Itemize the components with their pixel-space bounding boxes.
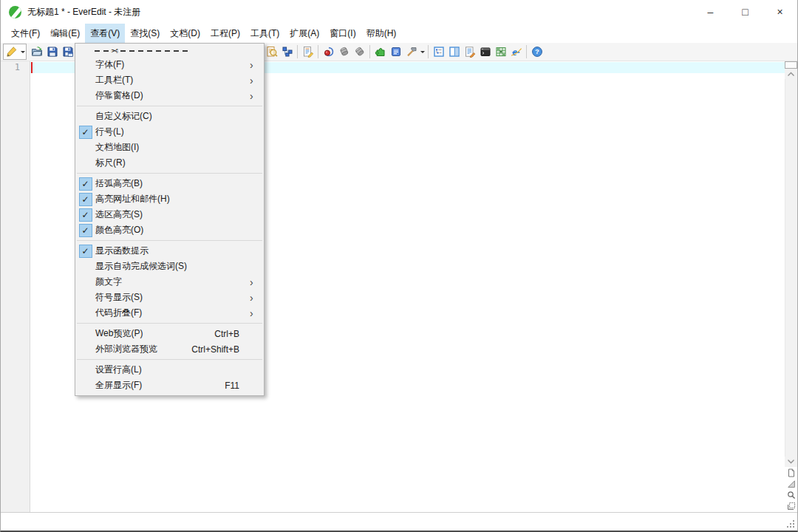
submenu-arrow-icon: › (250, 75, 264, 86)
menu-item-5[interactable]: 自定义标记(C) (75, 109, 264, 124)
snippet-edit-icon (464, 46, 476, 58)
check-column (75, 362, 95, 378)
open-file-button[interactable] (29, 44, 44, 60)
menu-item-15[interactable]: ✓显示函数提示 (75, 243, 264, 259)
dash-mark (120, 50, 126, 52)
menu-item-13[interactable]: ✓颜色高亮(O) (75, 222, 264, 238)
tools-button[interactable] (403, 44, 419, 60)
save-all-button[interactable] (60, 44, 75, 60)
save-macro-button[interactable] (352, 44, 367, 60)
menu-item-24[interactable]: 设置行高(L) (75, 362, 264, 378)
menu-item-6[interactable]: ✓行号(L) (75, 124, 264, 140)
status-bar (1, 512, 797, 531)
node-links-button[interactable] (279, 44, 295, 60)
toolbar-left-group (3, 44, 75, 60)
menubar-item-4[interactable]: 文档(D) (165, 24, 205, 43)
mini-magnifier-icon (787, 491, 796, 499)
menu-item-21[interactable]: Web预览(P)Ctrl+B (75, 326, 264, 341)
scroll-up-button[interactable] (785, 69, 797, 79)
scrollbar-track[interactable] (785, 79, 797, 457)
menubar-item-0[interactable]: 文件(F) (6, 24, 45, 43)
save-macro-icon (354, 46, 366, 58)
menu-item-11[interactable]: ✓高亮网址和邮件(H) (75, 191, 264, 207)
page-mini-button[interactable] (785, 467, 797, 478)
browser-preview-button[interactable]: e (508, 44, 524, 60)
select-grid-mini-button[interactable] (785, 500, 797, 511)
save-button[interactable] (44, 44, 60, 60)
close-button[interactable]: × (763, 0, 797, 24)
new-file-button[interactable] (4, 44, 19, 60)
split-view-button[interactable] (446, 44, 462, 60)
menu-item-22[interactable]: 外部浏览器预览Ctrl+Shift+B (75, 341, 264, 357)
svg-text:?: ? (535, 47, 539, 55)
menu-separator (77, 173, 262, 174)
console-button[interactable] (477, 44, 493, 60)
document-settings-button[interactable] (300, 44, 316, 60)
snippet-edit-button[interactable] (462, 44, 477, 60)
find-in-document-icon (266, 46, 278, 58)
tools-button-dropdown[interactable] (419, 44, 426, 60)
submenu-arrow-icon: › (250, 90, 264, 102)
menu-item-18[interactable]: 符号显示(S)› (75, 290, 264, 305)
menu-item-label: 设置行高(L) (95, 364, 250, 376)
menubar-item-3[interactable]: 查找(S) (125, 24, 165, 43)
plugin-button[interactable] (372, 44, 388, 60)
checkmark-icon: ✓ (79, 208, 92, 222)
menubar-item-1[interactable]: 编辑(E) (45, 24, 85, 43)
new-file-button-combo (3, 44, 27, 60)
title-bar: 无标题1 * - EverEdit - 未注册 –□× (1, 0, 797, 24)
scroll-down-button[interactable] (785, 457, 797, 467)
play-macro-button[interactable] (336, 44, 352, 60)
checkmark-icon: ✓ (79, 245, 92, 258)
view-menu-popup: ✂字体(F)›工具栏(T)›停靠窗格(D)›自定义标记(C)✓行号(L)文档地图… (75, 43, 265, 396)
node-connect-icon (282, 46, 293, 58)
minimize-button[interactable]: – (693, 0, 728, 24)
char-table-button[interactable] (493, 44, 508, 60)
menu-item-label: 全屏显示(F) (95, 379, 225, 392)
menu-item-16[interactable]: 显示自动完成候选词(S) (75, 259, 264, 274)
menu-item-label: 显示自动完成候选词(S) (95, 260, 250, 273)
menu-item-7[interactable]: 文档地图(I) (75, 140, 264, 155)
record-macro-button[interactable] (321, 44, 336, 60)
menu-item-label: 颜色高亮(O) (95, 224, 250, 236)
maximize-button[interactable]: □ (728, 0, 763, 24)
menubar-item-2[interactable]: 查看(V) (85, 24, 125, 43)
menu-item-label: 符号显示(S) (95, 291, 250, 304)
dash-mark (129, 50, 134, 52)
checked-state: ✓ (75, 222, 95, 238)
record-macro-icon (323, 46, 335, 58)
corner-mini-button[interactable] (785, 478, 797, 489)
split-view-icon (449, 46, 460, 58)
menu-item-3[interactable]: 停靠窗格(D)› (75, 88, 264, 103)
submenu-arrow-icon: › (250, 292, 264, 304)
resize-grip[interactable] (786, 519, 794, 528)
menubar-item-9[interactable]: 帮助(H) (361, 24, 402, 43)
menu-item-19[interactable]: 代码折叠(F)› (75, 305, 264, 321)
outline-panel-icon (433, 46, 445, 58)
menu-tearoff-handle[interactable]: ✂ (75, 45, 264, 57)
menu-item-2[interactable]: 工具栏(T)› (75, 72, 264, 88)
document-panel-button[interactable] (388, 44, 403, 60)
menu-item-10[interactable]: ✓括弧高亮(B) (75, 176, 264, 191)
mini-page-icon (787, 468, 796, 477)
scrollbar-split-handle[interactable] (785, 61, 797, 69)
checkmark-icon: ✓ (79, 224, 92, 237)
menu-item-25[interactable]: 全屏显示(F)F11 (75, 378, 264, 393)
menu-item-12[interactable]: ✓选区高亮(S) (75, 207, 264, 222)
menu-separator (77, 240, 262, 241)
open-folder-icon (31, 46, 43, 58)
find-in-document-button[interactable] (264, 44, 279, 60)
menubar-item-5[interactable]: 工程(P) (205, 24, 245, 43)
menu-item-shortcut: Ctrl+B (214, 329, 239, 339)
menubar-item-6[interactable]: 工具(T) (245, 24, 284, 43)
menubar-item-7[interactable]: 扩展(A) (284, 24, 324, 43)
zoom-mini-button[interactable] (785, 489, 797, 500)
menu-item-1[interactable]: 字体(F)› (75, 57, 264, 72)
new-file-button-dropdown[interactable] (19, 44, 26, 60)
vertical-scrollbar (785, 61, 797, 512)
help-button[interactable]: ? (529, 44, 545, 60)
outline-panel-button[interactable] (431, 44, 446, 60)
menu-item-17[interactable]: 颜文字› (75, 274, 264, 290)
menu-item-8[interactable]: 标尺(R) (75, 155, 264, 171)
menubar-item-8[interactable]: 窗口(I) (324, 24, 361, 43)
